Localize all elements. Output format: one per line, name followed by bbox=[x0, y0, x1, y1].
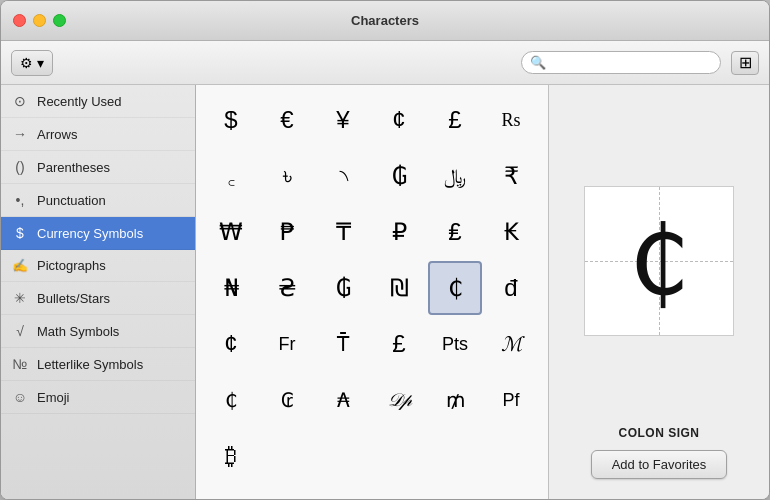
sidebar-item-label: Math Symbols bbox=[37, 324, 119, 339]
char-cell[interactable]: € bbox=[260, 93, 314, 147]
traffic-lights bbox=[13, 14, 66, 27]
chars-row-1: ꜀ ৳ ৲ ₲ ﷼ ₹ bbox=[204, 149, 540, 203]
detail-char-background: ₵ bbox=[584, 186, 734, 336]
char-cell[interactable]: ₢ bbox=[260, 373, 314, 427]
char-cell[interactable]: ₤ bbox=[428, 205, 482, 259]
char-cell[interactable]: ৲ bbox=[316, 149, 370, 203]
grid-view-button[interactable]: ⊞ bbox=[731, 51, 759, 75]
sidebar-item-label: Emoji bbox=[37, 390, 70, 405]
char-cell[interactable] bbox=[372, 429, 426, 483]
window: Characters ⚙ ▾ 🔍 ⊞ ⊙ Recently Used → Arr… bbox=[0, 0, 770, 500]
sidebar-item-emoji[interactable]: ☺ Emoji bbox=[1, 381, 195, 414]
grid-icon: ⊞ bbox=[739, 53, 752, 72]
sidebar-item-math-symbols[interactable]: √ Math Symbols bbox=[1, 315, 195, 348]
detail-char-display: ₵ bbox=[559, 105, 759, 416]
char-cell[interactable]: ꜀ bbox=[204, 149, 258, 203]
chars-row-3: ₦ ₴ ₲ ₪ ₵ đ bbox=[204, 261, 540, 315]
sidebar-item-label: Bullets/Stars bbox=[37, 291, 110, 306]
sidebar-item-label: Recently Used bbox=[37, 94, 122, 109]
char-cell[interactable]: £ bbox=[428, 93, 482, 147]
sidebar-item-label: Currency Symbols bbox=[37, 226, 143, 241]
char-cell[interactable] bbox=[484, 429, 538, 483]
detail-character: ₵ bbox=[629, 213, 690, 309]
parentheses-icon: () bbox=[11, 159, 29, 175]
search-input[interactable] bbox=[551, 56, 712, 70]
char-cell[interactable]: ₲ bbox=[372, 149, 426, 203]
dropdown-arrow: ▾ bbox=[37, 55, 44, 71]
char-cell[interactable] bbox=[316, 429, 370, 483]
detail-char-name: COLON SIGN bbox=[618, 426, 699, 440]
char-cell[interactable]: Rs bbox=[484, 93, 538, 147]
sidebar: ⊙ Recently Used → Arrows () Parentheses … bbox=[1, 85, 196, 499]
char-cell[interactable]: $ bbox=[204, 93, 258, 147]
sidebar-item-currency-symbols[interactable]: $ Currency Symbols bbox=[1, 217, 195, 250]
emoji-icon: ☺ bbox=[11, 389, 29, 405]
pictographs-icon: ✍ bbox=[11, 258, 29, 273]
sidebar-item-label: Parentheses bbox=[37, 160, 110, 175]
char-cell[interactable]: ₵ bbox=[204, 373, 258, 427]
punctuation-icon: •, bbox=[11, 192, 29, 208]
search-icon: 🔍 bbox=[530, 55, 546, 70]
title-bar: Characters bbox=[1, 1, 769, 41]
char-cell[interactable]: ₿ bbox=[204, 429, 258, 483]
char-cell[interactable]: ৳ bbox=[260, 149, 314, 203]
sidebar-item-letterlike-symbols[interactable]: № Letterlike Symbols bbox=[1, 348, 195, 381]
char-cell[interactable]: ₳ bbox=[316, 373, 370, 427]
char-cell[interactable]: ₭ bbox=[484, 205, 538, 259]
add-to-favorites-button[interactable]: Add to Favorites bbox=[591, 450, 728, 479]
char-cell[interactable]: Fr bbox=[260, 317, 314, 371]
chars-row-4: ¢ Fr T̄ £ Pts ℳ bbox=[204, 317, 540, 371]
char-cell[interactable]: ₩ bbox=[204, 205, 258, 259]
minimize-button[interactable] bbox=[33, 14, 46, 27]
sidebar-item-arrows[interactable]: → Arrows bbox=[1, 118, 195, 151]
char-cell[interactable]: ₲ bbox=[316, 261, 370, 315]
char-cell[interactable]: ₥ bbox=[428, 373, 482, 427]
char-cell[interactable]: đ bbox=[484, 261, 538, 315]
chars-row-0: $ € ¥ ¢ £ Rs bbox=[204, 93, 540, 147]
char-cell[interactable] bbox=[428, 429, 482, 483]
close-button[interactable] bbox=[13, 14, 26, 27]
characters-grid: $ € ¥ ¢ £ Rs ꜀ ৳ ৲ ₲ ﷼ ₹ ₩ ₱ ₸ ₽ ₤ ₭ bbox=[196, 85, 549, 499]
char-cell[interactable]: ₱ bbox=[260, 205, 314, 259]
math-icon: √ bbox=[11, 323, 29, 339]
char-cell[interactable]: ₴ bbox=[260, 261, 314, 315]
currency-icon: $ bbox=[11, 225, 29, 241]
window-title: Characters bbox=[351, 13, 419, 28]
sidebar-item-label: Letterlike Symbols bbox=[37, 357, 143, 372]
sidebar-item-label: Pictographs bbox=[37, 258, 106, 273]
sidebar-item-parentheses[interactable]: () Parentheses bbox=[1, 151, 195, 184]
search-box: 🔍 bbox=[521, 51, 721, 74]
maximize-button[interactable] bbox=[53, 14, 66, 27]
recently-used-icon: ⊙ bbox=[11, 93, 29, 109]
chars-row-6: ₿ bbox=[204, 429, 540, 483]
sidebar-item-bullets-stars[interactable]: ✳ Bullets/Stars bbox=[1, 282, 195, 315]
bullets-icon: ✳ bbox=[11, 290, 29, 306]
letterlike-icon: № bbox=[11, 356, 29, 372]
char-cell[interactable]: ¢ bbox=[372, 93, 426, 147]
gear-button[interactable]: ⚙ ▾ bbox=[11, 50, 53, 76]
chars-row-2: ₩ ₱ ₸ ₽ ₤ ₭ bbox=[204, 205, 540, 259]
char-cell-selected[interactable]: ₵ bbox=[428, 261, 482, 315]
char-cell[interactable]: ₦ bbox=[204, 261, 258, 315]
char-cell[interactable]: Pf bbox=[484, 373, 538, 427]
char-cell[interactable]: ₹ bbox=[484, 149, 538, 203]
char-cell[interactable]: ﷼ bbox=[428, 149, 482, 203]
char-cell[interactable]: T̄ bbox=[316, 317, 370, 371]
char-cell[interactable]: 𝒟𝓅 bbox=[372, 373, 426, 427]
char-cell[interactable]: ₪ bbox=[372, 261, 426, 315]
char-cell[interactable]: ₽ bbox=[372, 205, 426, 259]
char-cell[interactable]: ¥ bbox=[316, 93, 370, 147]
char-cell[interactable] bbox=[260, 429, 314, 483]
char-cell[interactable]: ¢ bbox=[204, 317, 258, 371]
char-cell[interactable]: ₸ bbox=[316, 205, 370, 259]
detail-panel: ₵ COLON SIGN Add to Favorites bbox=[549, 85, 769, 499]
sidebar-item-pictographs[interactable]: ✍ Pictographs bbox=[1, 250, 195, 282]
char-cell[interactable]: £ bbox=[372, 317, 426, 371]
sidebar-item-recently-used[interactable]: ⊙ Recently Used bbox=[1, 85, 195, 118]
main-content: ⊙ Recently Used → Arrows () Parentheses … bbox=[1, 85, 769, 499]
chars-row-5: ₵ ₢ ₳ 𝒟𝓅 ₥ Pf bbox=[204, 373, 540, 427]
sidebar-item-label: Punctuation bbox=[37, 193, 106, 208]
char-cell[interactable]: Pts bbox=[428, 317, 482, 371]
char-cell[interactable]: ℳ bbox=[484, 317, 538, 371]
sidebar-item-punctuation[interactable]: •, Punctuation bbox=[1, 184, 195, 217]
